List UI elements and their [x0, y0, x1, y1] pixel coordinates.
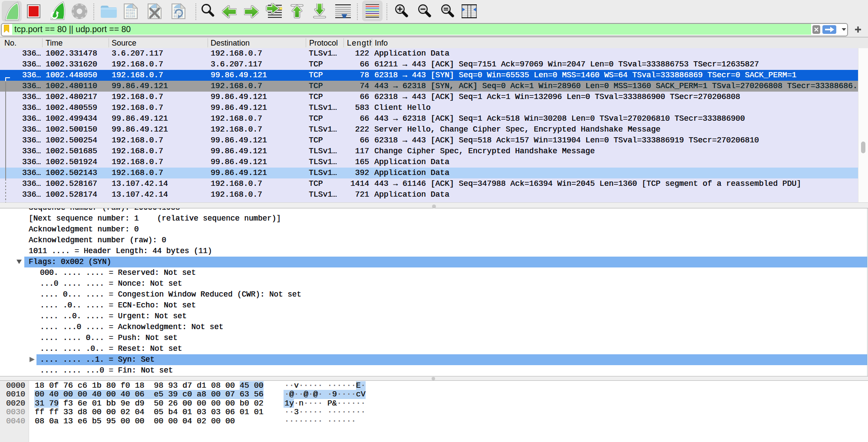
svg-text:01110: 01110 [126, 15, 135, 18]
